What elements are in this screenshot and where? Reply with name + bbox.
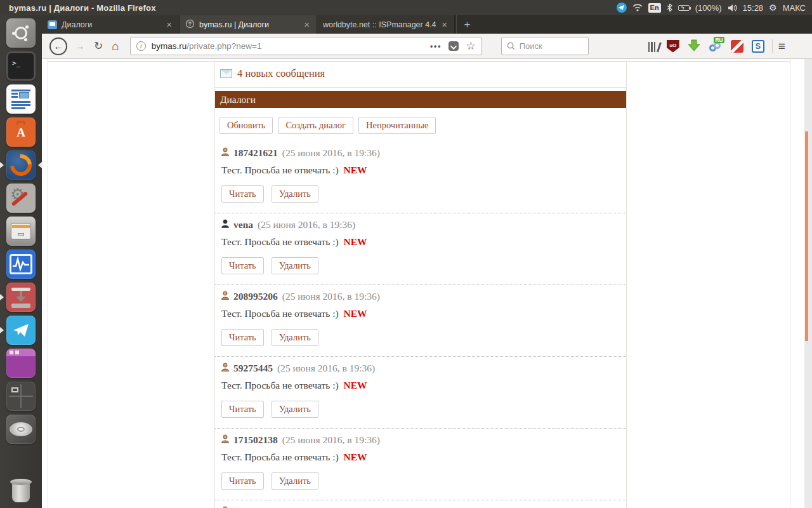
toolbar-button[interactable]: Непрочитанные xyxy=(358,117,436,134)
tab-dialogs[interactable]: Диалоги × xyxy=(42,15,180,34)
bluetooth-icon[interactable] xyxy=(667,3,672,12)
dialog-entry-buttons: Читать Удалить xyxy=(221,401,620,420)
dialog-entry-header: 208995206 (25 июня 2016, в 19:36) xyxy=(221,290,620,302)
session-gear-icon[interactable]: ⚙ xyxy=(769,3,777,13)
savefrom-icon[interactable]: S xyxy=(752,40,764,53)
launcher-item-writer[interactable] xyxy=(0,84,42,114)
home-button[interactable]: ⌂ xyxy=(112,40,119,52)
tab-close-icon[interactable]: × xyxy=(440,20,449,29)
telegram-tray-icon[interactable] xyxy=(617,3,627,13)
tab-close-icon[interactable]: × xyxy=(165,20,173,29)
toolbar-button[interactable]: Создать диалог xyxy=(278,117,353,134)
tab-ispmanager[interactable]: worldbyte.net :: ISPmanager 4.4 × xyxy=(317,15,455,34)
person-icon xyxy=(221,291,229,302)
read-button[interactable]: Читать xyxy=(221,329,264,346)
tab-close-icon[interactable]: × xyxy=(303,20,311,29)
delete-button[interactable]: Удалить xyxy=(272,185,318,203)
menu-hamburger-icon[interactable]: ≡ xyxy=(778,40,785,52)
launcher-item-firefox[interactable] xyxy=(0,150,42,180)
download-helper-icon[interactable] xyxy=(688,39,700,54)
battery-percentage: (100%) xyxy=(695,3,722,13)
dialog-entry: 171502138 (25 июня 2016, в 19:36) Тест. … xyxy=(215,429,626,500)
person-icon xyxy=(221,363,229,374)
translator-icon[interactable]: RU xyxy=(709,39,723,53)
dialog-date: (25 июня 2016, в 19:36) xyxy=(282,506,380,508)
search-icon xyxy=(507,42,515,50)
new-tab-button[interactable]: + xyxy=(456,15,478,34)
read-button[interactable]: Читать xyxy=(221,401,264,418)
telegram-app-icon xyxy=(6,316,36,345)
toolbar-button[interactable]: Обновить xyxy=(219,117,273,134)
libreoffice-writer-icon xyxy=(6,84,36,114)
volume-icon[interactable] xyxy=(728,4,737,12)
launcher-item-settings[interactable]: ⚙ xyxy=(0,184,42,213)
library-icon[interactable] xyxy=(648,41,658,52)
url-bar[interactable]: i bymas.ru/private.php?new=1 ••• ☆ xyxy=(130,37,482,55)
pocket-icon[interactable] xyxy=(449,41,459,51)
dialog-sender-name: 210985229 xyxy=(233,506,278,508)
software-center-icon: A xyxy=(6,117,36,147)
new-badge: NEW xyxy=(343,451,367,462)
clock[interactable]: 15:28 xyxy=(743,3,764,13)
launcher-item-disk[interactable] xyxy=(0,415,42,444)
dialog-message: Тест. Просьба не отвечать :) NEW xyxy=(221,380,620,392)
search-input[interactable] xyxy=(520,41,577,51)
system-tray: En ϟ (100%) 15:28 ⚙ МАКС xyxy=(617,3,812,13)
delete-button[interactable]: Удалить xyxy=(272,329,318,346)
launcher-item-media-app[interactable] xyxy=(0,349,42,378)
search-bar[interactable] xyxy=(501,37,589,55)
site-info-icon[interactable]: i xyxy=(136,41,146,51)
page-wrapper-border-right xyxy=(790,59,790,508)
bookmark-star-icon[interactable]: ☆ xyxy=(466,39,475,53)
url-text: bymas.ru/private.php?new=1 xyxy=(152,41,262,51)
launcher-item-dash[interactable] xyxy=(0,18,42,48)
new-badge: NEW xyxy=(343,164,367,175)
dialogs-content: 4 новых сообщения Диалоги ОбновитьСоздат… xyxy=(214,61,627,508)
page-actions-icon[interactable]: ••• xyxy=(430,42,442,51)
launcher-item-archiver[interactable] xyxy=(0,217,42,246)
delete-button[interactable]: Удалить xyxy=(272,472,318,490)
wifi-icon[interactable] xyxy=(632,4,643,11)
desktop: bymas.ru | Диалоги - Mozilla Firefox En … xyxy=(0,0,812,508)
dialog-date: (25 июня 2016, в 19:36) xyxy=(277,363,375,374)
read-button[interactable]: Читать xyxy=(221,185,264,203)
launcher-item-installer[interactable] xyxy=(0,283,42,312)
keyboard-layout-indicator[interactable]: En xyxy=(648,3,661,13)
tab-bymas-dialogs[interactable]: bymas.ru | Диалоги × xyxy=(180,15,317,34)
system-settings-icon: ⚙ xyxy=(6,184,36,213)
launcher-item-software-center[interactable]: A xyxy=(0,117,42,147)
section-title-bar: Диалоги xyxy=(215,91,626,108)
ublock-icon[interactable]: uO xyxy=(667,40,679,53)
read-button[interactable]: Читать xyxy=(221,257,264,274)
launcher-item-telegram[interactable] xyxy=(0,316,42,345)
dialog-date: (25 июня 2016, в 19:36) xyxy=(282,291,380,302)
tab-bar: Диалоги × bymas.ru | Диалоги × worldbyte… xyxy=(42,15,812,34)
new-messages-header[interactable]: 4 новых сообщения xyxy=(215,61,626,88)
scrollbar-thumb[interactable] xyxy=(805,131,808,341)
firefox-window: Диалоги × bymas.ru | Диалоги × worldbyte… xyxy=(42,15,812,508)
back-button[interactable]: ← xyxy=(49,37,67,55)
reload-button[interactable]: ↻ xyxy=(94,41,103,51)
new-badge: NEW xyxy=(343,380,367,391)
adguard-pencil-icon[interactable] xyxy=(731,40,743,53)
delete-button[interactable]: Удалить xyxy=(272,401,318,418)
read-button[interactable]: Читать xyxy=(221,472,264,490)
launcher-item-terminal[interactable]: >_ xyxy=(0,51,42,81)
launcher-item-system-monitor[interactable] xyxy=(0,250,42,279)
dialog-entry-header: vena (25 июня 2016, в 19:36) xyxy=(221,218,620,231)
system-monitor-icon xyxy=(6,250,36,279)
ubuntu-dash-icon xyxy=(6,18,36,48)
dialog-entry: 187421621 (25 июня 2016, в 19:36) Тест. … xyxy=(215,142,626,213)
dialog-sender-name: 187421621 xyxy=(233,147,278,159)
forward-button[interactable]: → xyxy=(75,41,85,51)
username[interactable]: МАКС xyxy=(783,3,806,13)
scrollbar-track[interactable] xyxy=(804,59,812,508)
launcher-item-workspaces[interactable] xyxy=(0,382,42,411)
launcher-item-trash[interactable] xyxy=(0,476,42,505)
battery-icon[interactable]: ϟ xyxy=(678,5,690,11)
package-installer-icon xyxy=(6,283,36,312)
dialog-list: 187421621 (25 июня 2016, в 19:36) Тест. … xyxy=(215,142,626,508)
window-title: bymas.ru | Диалоги - Mozilla Firefox xyxy=(9,3,156,13)
envelope-icon xyxy=(220,69,232,78)
delete-button[interactable]: Удалить xyxy=(272,257,318,274)
